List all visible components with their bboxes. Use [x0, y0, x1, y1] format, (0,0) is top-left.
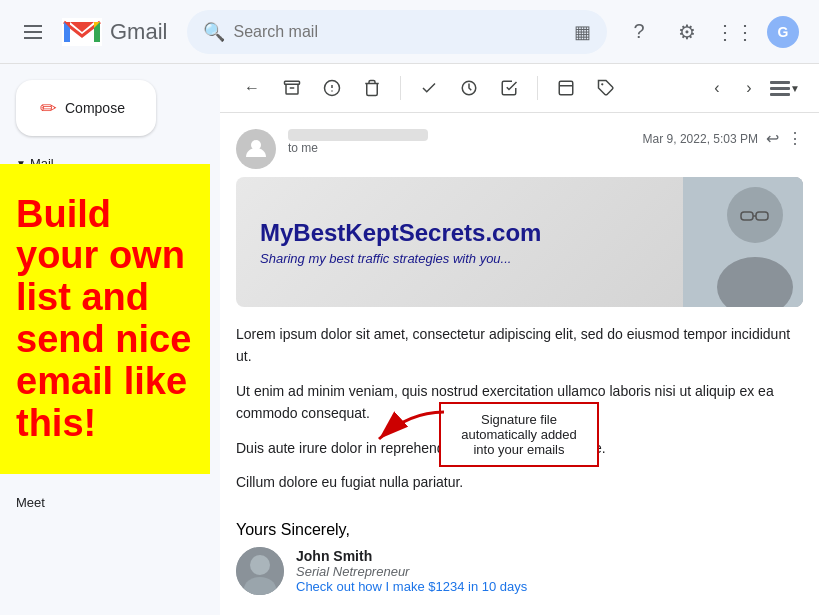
topbar-icons: ? ⚙ ⋮⋮ G [619, 12, 803, 52]
email-para-1: Lorem ipsum dolor sit amet, consectetur … [236, 323, 803, 368]
task-button[interactable] [493, 72, 525, 104]
next-email-button[interactable]: › [735, 74, 763, 102]
sign-off-text: Yours Sincerely, [236, 521, 803, 539]
nav-buttons: ‹ › ▼ [703, 72, 803, 104]
svg-rect-12 [770, 87, 790, 90]
email-thread: to me Mar 9, 2022, 5:03 PM ↩ ⋮ MyBestKep… [220, 113, 819, 615]
overlay-red-annotation: Signature file automatically added into … [439, 402, 599, 467]
email-para-4: Cillum dolore eu fugiat nulla pariatur. [236, 471, 803, 493]
banner-person-photo [683, 177, 803, 307]
overlay-red-text: Signature file automatically added into … [461, 412, 577, 457]
report-spam-button[interactable] [316, 72, 348, 104]
view-options-button[interactable]: ▼ [767, 72, 803, 104]
search-input[interactable] [233, 23, 566, 41]
svg-point-16 [727, 187, 783, 243]
delete-button[interactable] [356, 72, 388, 104]
svg-rect-3 [285, 81, 300, 84]
toolbar-separator-1 [400, 76, 401, 100]
archive-button[interactable] [276, 72, 308, 104]
compose-button[interactable]: ✏ Compose [16, 80, 156, 136]
compose-label: Compose [65, 100, 125, 116]
banner-site-name: MyBestKeptSecrets.com [260, 219, 659, 247]
sender-info: to me [288, 129, 631, 155]
mark-read-button[interactable] [413, 72, 445, 104]
back-button[interactable]: ← [236, 72, 268, 104]
sender-name-row [288, 129, 631, 141]
svg-point-7 [331, 90, 333, 92]
signature-area: John Smith Serial Netrepreneur Check out… [220, 547, 819, 611]
sender-avatar [236, 129, 276, 169]
reply-icon[interactable]: ↩ [766, 129, 779, 148]
svg-rect-13 [770, 93, 790, 96]
svg-rect-9 [559, 81, 573, 95]
email-header: to me Mar 9, 2022, 5:03 PM ↩ ⋮ [220, 113, 819, 177]
account-icon[interactable]: G [763, 12, 803, 52]
more-options-icon[interactable]: ⋮ [787, 129, 803, 148]
toolbar-separator-2 [537, 76, 538, 100]
label-button[interactable] [590, 72, 622, 104]
compose-pencil-icon: ✏ [40, 96, 57, 120]
banner-content: MyBestKeptSecrets.com Sharing my best tr… [236, 199, 683, 286]
settings-icon[interactable]: ⚙ [667, 12, 707, 52]
to-me-label[interactable]: to me [288, 141, 631, 155]
gmail-logo: Gmail [62, 18, 167, 46]
sign-off: Yours Sincerely, [220, 521, 819, 547]
signature-info: John Smith Serial Netrepreneur Check out… [296, 548, 803, 594]
svg-point-10 [601, 83, 603, 85]
top-bar: Gmail 🔍 ▦ ? ⚙ ⋮⋮ G [0, 0, 819, 64]
move-to-button[interactable] [550, 72, 582, 104]
hamburger-menu[interactable] [16, 17, 50, 47]
email-area: ← [220, 64, 819, 615]
svg-point-22 [250, 555, 270, 575]
search-filter-icon[interactable]: ▦ [574, 21, 591, 43]
email-date-row: Mar 9, 2022, 5:03 PM ↩ ⋮ [643, 129, 803, 148]
prev-email-button[interactable]: ‹ [703, 74, 731, 102]
svg-rect-11 [770, 81, 790, 84]
snooze-button[interactable] [453, 72, 485, 104]
search-icon: 🔍 [203, 21, 225, 43]
red-arrow [369, 407, 449, 447]
signature-name: John Smith [296, 548, 803, 564]
signature-title: Serial Netrepreneur [296, 564, 803, 579]
signature-avatar [236, 547, 284, 595]
app-name: Gmail [110, 19, 167, 45]
email-banner: MyBestKeptSecrets.com Sharing my best tr… [236, 177, 803, 307]
email-date: Mar 9, 2022, 5:03 PM [643, 132, 758, 146]
signature-link[interactable]: Check out how I make $1234 in 10 days [296, 579, 803, 594]
search-bar[interactable]: 🔍 ▦ [187, 10, 607, 54]
banner-tagline: Sharing my best traffic strategies with … [260, 251, 659, 266]
overlay-yellow-box: Build your own list and send nice email … [0, 164, 210, 474]
apps-icon[interactable]: ⋮⋮ [715, 12, 755, 52]
sender-name [288, 129, 428, 141]
meet-section: Meet [0, 487, 220, 518]
email-toolbar: ← [220, 64, 819, 113]
overlay-yellow-text: Build your own list and send nice email … [16, 194, 194, 445]
help-icon[interactable]: ? [619, 12, 659, 52]
